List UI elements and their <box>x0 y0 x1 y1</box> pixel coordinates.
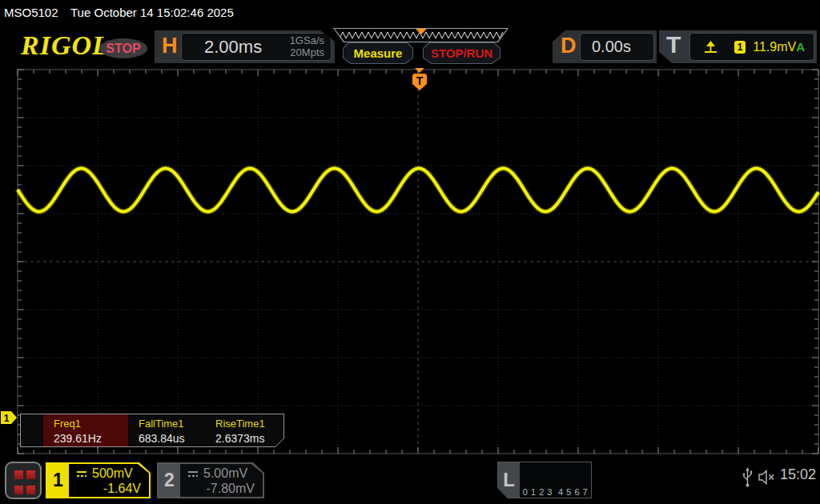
trigger-panel[interactable]: T 1 11.9mV A <box>659 30 817 63</box>
scope-display[interactable]: T1 Freq1 239.61Hz FallTime1 683.84us Ris… <box>0 67 820 454</box>
timebase-value: 2.00ms <box>204 37 262 58</box>
model-name: MSO5102 <box>4 6 58 19</box>
stop-run-button[interactable]: STOP/RUN <box>423 42 500 64</box>
channel-1-face: 1 500mV -1.64V <box>47 464 149 497</box>
channel-2-offset: -7.80mV <box>180 482 263 496</box>
bottom-bar: 1 500mV -1.64V <box>0 454 820 504</box>
run-state-badge: STOP <box>99 38 147 58</box>
logic-row-top: 0 1 2 3 4 5 6 7 <box>520 486 591 498</box>
horizontal-inner: 2.00ms 1GSa/s 20Mpts <box>181 33 332 61</box>
channel-2-frame: 2 5.00mV -7.80mV <box>157 462 264 498</box>
delay-panel[interactable]: D 0.00s <box>553 30 657 63</box>
stop-run-button-label[interactable]: STOP/RUN <box>424 43 500 63</box>
acquisition-rates: 1GSa/s 20Mpts <box>290 35 324 58</box>
measurement-item-freq[interactable]: Freq1 239.61Hz <box>43 414 128 446</box>
delay-label: D <box>561 34 577 58</box>
header-bar: RIGOL STOP H 2.00ms 1GSa/s 20Mpts Measur… <box>0 24 820 67</box>
measurement-panel[interactable]: Freq1 239.61Hz FallTime1 683.84us RiseTi… <box>20 414 284 447</box>
usb-icon <box>742 467 754 491</box>
measurement-label: Freq1 <box>54 418 128 430</box>
channel-1-scale: 500mV <box>92 466 133 481</box>
measurement-spacer <box>21 414 43 446</box>
svg-text:1: 1 <box>4 413 10 424</box>
overview-inner <box>334 29 508 42</box>
trigger-source-badge: 1 <box>734 41 746 54</box>
system-datetime: Tue October 14 15:02:46 2025 <box>70 6 234 19</box>
oscilloscope-screen: MSO5102 Tue October 14 15:02:46 2025 RIG… <box>0 0 820 504</box>
channel-1-body: 500mV -1.64V <box>69 464 149 497</box>
waveform-overview-strip[interactable] <box>333 28 508 42</box>
channel-2-number[interactable]: 2 <box>159 464 180 497</box>
channel-2-body: 5.00mV -7.80mV <box>180 464 263 497</box>
overview-zigzag <box>336 32 503 38</box>
logic-channel-numbers: 0 1 2 3 4 5 6 7 8 9 1011 12131415 <box>520 462 591 498</box>
trigger-edge-icon <box>703 40 718 54</box>
rigol-logo: RIGOL <box>21 30 110 61</box>
trigger-level-value: 11.9mV <box>753 40 796 54</box>
channel-1-ground-marker[interactable]: 1 <box>1 411 17 424</box>
logic-channels-block[interactable]: L 0 1 2 3 4 5 6 7 8 9 1011 12131415 <box>497 462 592 498</box>
measurement-item-risetime[interactable]: RiseTime1 2.6373ms <box>205 414 283 446</box>
channel-2-scale: 5.00mV <box>203 466 247 481</box>
channel-1-block[interactable]: 1 500mV -1.64V <box>46 462 151 498</box>
dc-coupling-icon <box>187 470 199 478</box>
measure-button-label[interactable]: Measure <box>344 43 412 63</box>
logic-face: L 0 1 2 3 4 5 6 7 8 9 1011 12131415 <box>498 462 591 498</box>
measurement-item-falltime[interactable]: FallTime1 683.84us <box>128 414 205 446</box>
measurement-value: 239.61Hz <box>54 432 128 445</box>
channel-2-block[interactable]: 2 5.00mV -7.80mV <box>157 462 264 498</box>
delay-value: 0.00s <box>592 38 631 56</box>
logic-label: L <box>498 462 520 498</box>
sample-rate: 1GSa/s <box>290 34 324 46</box>
titlebar: MSO5102 Tue October 14 15:02:46 2025 <box>0 0 820 24</box>
measurement-value: 2.6373ms <box>215 432 283 445</box>
overview-waveform <box>334 29 508 42</box>
measurement-panel-inner: Freq1 239.61Hz FallTime1 683.84us RiseTi… <box>21 414 283 446</box>
svg-text:T: T <box>416 74 424 87</box>
trigger-sweep-mode: A <box>796 40 805 54</box>
delay-inner: 0.00s <box>580 33 654 61</box>
graticule-canvas: T1 <box>0 67 820 454</box>
measurement-label: FallTime1 <box>139 418 205 430</box>
trigger-position-marker[interactable]: T <box>412 68 427 90</box>
horizontal-label: H <box>162 34 178 58</box>
channel-1-number[interactable]: 1 <box>47 464 69 497</box>
measurement-label: RiseTime1 <box>215 418 283 430</box>
memory-depth: 20Mpts <box>290 46 324 58</box>
speaker-muted-icon <box>758 470 777 488</box>
channel-1-offset: -1.64V <box>69 482 149 496</box>
dc-coupling-icon <box>76 470 87 478</box>
measure-button[interactable]: Measure <box>343 42 413 64</box>
apps-grid-icon[interactable] <box>5 462 42 499</box>
measurement-value: 683.84us <box>139 432 205 445</box>
trigger-label: T <box>666 31 681 58</box>
channel-2-face: 2 5.00mV -7.80mV <box>159 464 263 497</box>
status-clock: 15:02 <box>780 466 816 483</box>
horizontal-panel[interactable]: H 2.00ms 1GSa/s 20Mpts <box>155 30 335 63</box>
trigger-inner: 1 11.9mV A <box>689 33 814 61</box>
channel-1-frame: 1 500mV -1.64V <box>46 462 151 498</box>
